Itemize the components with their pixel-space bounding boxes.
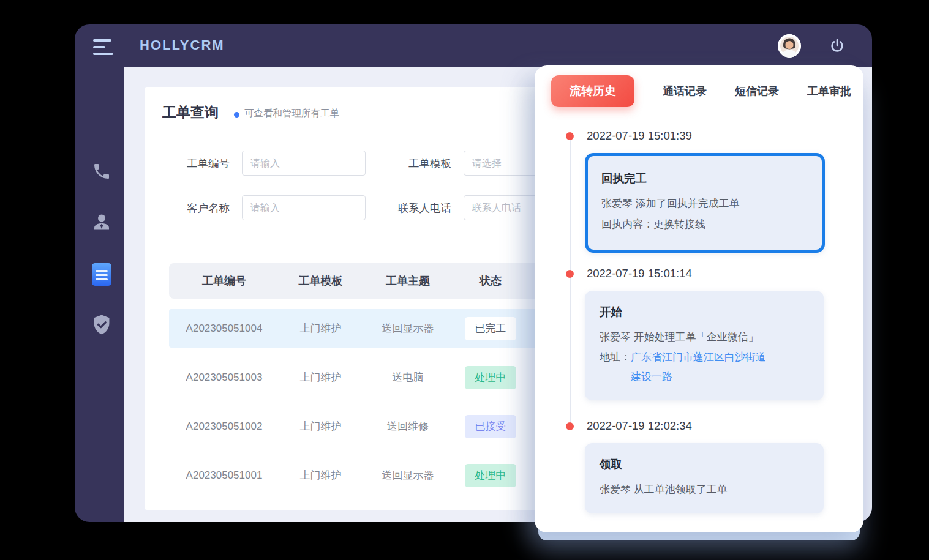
address-line: 建设一路 xyxy=(631,367,766,387)
timeline-card-text: 张爱琴 添加了回执并完成工单 xyxy=(601,193,808,214)
status-badge: 处理中 xyxy=(465,464,516,487)
timeline-card-text: 张爱琴 从工单池领取了工单 xyxy=(600,479,809,500)
cell-order-id: A202305051001 xyxy=(169,469,279,482)
timeline-card-text: 回执内容：更换转接线 xyxy=(601,214,808,235)
col-header-template: 工单模板 xyxy=(279,274,362,288)
tab-flow-history[interactable]: 流转历史 xyxy=(551,75,634,107)
cell-template: 上门维护 xyxy=(279,321,362,335)
cell-subject: 送回维修 xyxy=(362,419,454,433)
cell-template: 上门维护 xyxy=(279,370,362,384)
filter-label-phone: 联系人电话 xyxy=(381,201,451,215)
filter-label-order-id: 工单编号 xyxy=(168,156,230,171)
tab-approval[interactable]: 工单审批 xyxy=(807,84,851,99)
contacts-icon xyxy=(91,211,113,233)
col-header-order-id: 工单编号 xyxy=(169,274,279,288)
timeline-entry: 2022-07-19 15:01:14 开始 张爱琴 开始处理工单「企业微信」 … xyxy=(535,267,863,400)
status-badge: 处理中 xyxy=(465,366,516,389)
cell-template: 上门维护 xyxy=(279,468,362,482)
timeline-time: 2022-07-19 15:01:39 xyxy=(585,129,863,144)
workorders-clipboard-icon xyxy=(92,263,111,286)
page-title: 工单查询 xyxy=(162,103,219,122)
timeline-dot-icon xyxy=(566,132,574,140)
sidebar-item-contacts[interactable] xyxy=(89,210,114,234)
col-header-subject: 工单主题 xyxy=(362,274,454,288)
cell-subject: 送回显示器 xyxy=(362,468,454,482)
avatar-image xyxy=(778,34,801,58)
sidebar-item-workorders[interactable] xyxy=(89,262,114,286)
security-shield-icon xyxy=(91,314,112,336)
avatar[interactable] xyxy=(778,34,801,58)
detail-tabs: 流转历史 通话记录 短信记录 工单审批 xyxy=(551,75,851,107)
timeline-entry: 2022-07-19 12:02:34 领取 张爱琴 从工单池领取了工单 xyxy=(535,419,863,513)
cell-order-id: A202305051004 xyxy=(169,323,279,335)
power-icon[interactable] xyxy=(829,38,845,54)
sidebar-item-calls[interactable] xyxy=(89,159,114,184)
timeline-entry: 2022-07-19 15:01:39 回执完工 张爱琴 添加了回执并完成工单 … xyxy=(535,124,863,253)
tab-sms-records[interactable]: 短信记录 xyxy=(735,84,779,99)
filter-label-customer: 客户名称 xyxy=(168,201,230,215)
page-subtitle: 可查看和管理所有工单 xyxy=(244,107,339,120)
address-link[interactable]: 广东省江门市蓬江区白沙街道 建设一路 xyxy=(631,348,766,387)
timeline-dot-icon xyxy=(566,270,574,278)
timeline-time: 2022-07-19 15:01:14 xyxy=(585,267,863,282)
sidebar-item-security[interactable] xyxy=(89,313,114,337)
screen: HOLLYCRM xyxy=(0,0,929,560)
bullet-dot-icon xyxy=(234,112,239,118)
status-badge: 已接受 xyxy=(465,415,516,438)
tabs-divider xyxy=(551,118,847,118)
hamburger-menu-icon[interactable] xyxy=(93,39,114,55)
flow-history-timeline: 2022-07-19 15:01:39 回执完工 张爱琴 添加了回执并完成工单 … xyxy=(535,124,863,513)
timeline-card: 领取 张爱琴 从工单池领取了工单 xyxy=(585,443,824,513)
cell-order-id: A202305051002 xyxy=(169,420,279,433)
timeline-card-title: 回执完工 xyxy=(601,171,808,186)
cell-order-id: A202305051003 xyxy=(169,371,279,384)
timeline-card: 开始 张爱琴 开始处理工单「企业微信」 地址： 广东省江门市蓬江区白沙街道 建设… xyxy=(585,291,824,400)
cell-subject: 送电脑 xyxy=(362,370,454,384)
timeline-card-title: 领取 xyxy=(600,457,809,472)
address-label: 地址： xyxy=(600,348,631,387)
customer-name-input[interactable] xyxy=(242,195,366,220)
address-line: 广东省江门市蓬江区白沙街道 xyxy=(631,348,766,367)
topbar: HOLLYCRM xyxy=(75,24,872,67)
order-id-input[interactable] xyxy=(242,151,366,176)
timeline-dot-icon xyxy=(566,422,574,430)
cell-template: 上门维护 xyxy=(279,419,362,433)
timeline-card-title: 开始 xyxy=(600,304,809,319)
filter-label-template: 工单模板 xyxy=(390,156,451,171)
timeline-card-text: 张爱琴 开始处理工单「企业微信」 xyxy=(600,327,809,348)
status-badge: 已完工 xyxy=(465,317,516,340)
detail-panel: 流转历史 通话记录 短信记录 工单审批 2022-07-19 15:01:39 … xyxy=(535,65,863,532)
col-header-status: 状态 xyxy=(454,274,527,288)
timeline-time: 2022-07-19 12:02:34 xyxy=(585,419,863,435)
cell-subject: 送回显示器 xyxy=(362,321,454,335)
timeline-card-highlighted: 回执完工 张爱琴 添加了回执并完成工单 回执内容：更换转接线 xyxy=(585,153,825,253)
phone-icon xyxy=(92,162,111,181)
app-title: HOLLYCRM xyxy=(140,37,225,53)
tab-call-records[interactable]: 通话记录 xyxy=(663,84,707,99)
